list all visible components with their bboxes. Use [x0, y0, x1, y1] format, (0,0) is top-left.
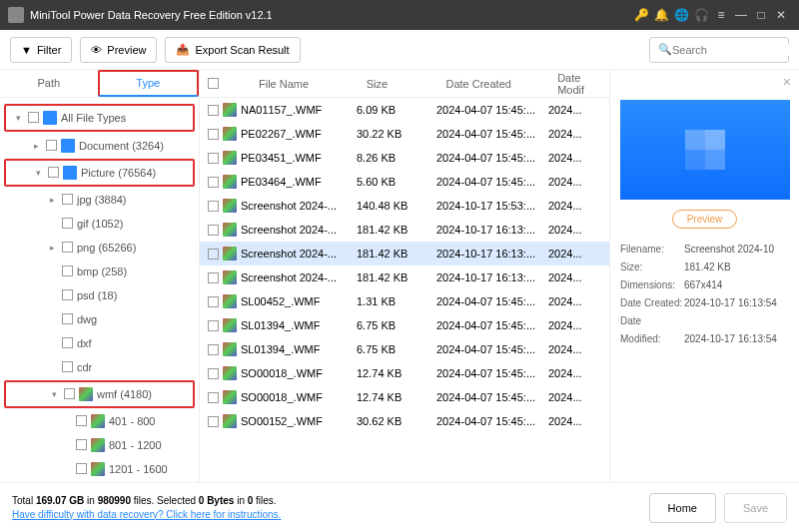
table-row[interactable]: Screenshot 2024-...181.42 KB2024-10-17 1… — [200, 266, 609, 289]
checkbox[interactable] — [208, 249, 219, 260]
table-row[interactable]: PE02267_.WMF30.22 KB2024-04-07 15:45:...… — [200, 122, 609, 146]
close-preview-icon[interactable]: × — [783, 74, 791, 90]
checkbox[interactable] — [208, 105, 219, 116]
checkbox[interactable] — [208, 177, 219, 188]
tab-path[interactable]: Path — [0, 70, 98, 97]
node-psd[interactable]: psd (18) — [0, 283, 199, 307]
export-button[interactable]: 📤Export Scan Result — [165, 37, 300, 63]
col-modified[interactable]: Date Modif — [553, 72, 609, 96]
chevron-down-icon[interactable]: ▾ — [48, 389, 60, 399]
checkbox[interactable] — [46, 140, 57, 151]
checkbox[interactable] — [76, 415, 87, 426]
node-dwg[interactable]: dwg — [0, 307, 199, 331]
checkbox[interactable] — [64, 388, 75, 399]
checkbox[interactable] — [62, 289, 73, 300]
table-row[interactable]: SO00152_.WMF30.62 KB2024-04-07 15:45:...… — [200, 409, 609, 433]
wmf-icon — [223, 247, 237, 261]
checkbox[interactable] — [208, 296, 219, 307]
sidebar: Path Type ▾All File Types ▸Document (326… — [0, 70, 200, 482]
preview-button[interactable]: 👁Preview — [80, 37, 157, 63]
col-created[interactable]: Date Created — [441, 78, 553, 90]
table-row[interactable]: SL00452_.WMF1.31 KB2024-04-07 15:45:...2… — [200, 289, 609, 313]
checkbox[interactable] — [62, 361, 73, 372]
search-input[interactable] — [672, 44, 799, 56]
maximize-icon[interactable]: □ — [751, 8, 771, 22]
table-row[interactable]: PE03451_.WMF8.26 KB2024-04-07 15:45:...2… — [200, 146, 609, 170]
wmf-icon — [223, 342, 237, 356]
tab-type[interactable]: Type — [98, 70, 200, 97]
close-icon[interactable]: ✕ — [771, 8, 791, 22]
key-icon[interactable]: 🔑 — [631, 8, 651, 22]
node-dxf[interactable]: dxf — [0, 331, 199, 355]
node-range-3[interactable]: 1201 - 1600 — [0, 457, 199, 481]
node-range-2[interactable]: 801 - 1200 — [0, 433, 199, 457]
wmf-icon — [91, 414, 105, 428]
bell-icon[interactable]: 🔔 — [651, 8, 671, 22]
node-bmp[interactable]: bmp (258) — [0, 260, 199, 283]
node-png[interactable]: ▸png (65266) — [0, 236, 199, 260]
menu-icon[interactable]: ≡ — [711, 8, 731, 22]
node-wmf[interactable]: ▾wmf (4180) — [6, 382, 193, 406]
checkbox[interactable] — [76, 463, 87, 474]
main: File Name Size Date Created Date Modif N… — [200, 70, 799, 482]
node-range-1[interactable]: 401 - 800 — [0, 409, 199, 433]
chevron-right-icon[interactable]: ▸ — [46, 243, 58, 253]
wmf-icon — [223, 199, 237, 213]
chevron-down-icon[interactable]: ▾ — [32, 168, 44, 178]
save-button[interactable]: Save — [724, 493, 787, 523]
checkbox[interactable] — [62, 313, 73, 324]
globe-icon[interactable]: 🌐 — [671, 8, 691, 22]
checkbox[interactable] — [62, 266, 73, 276]
node-all-file-types[interactable]: ▾All File Types — [6, 106, 193, 130]
table-row[interactable]: SO00018_.WMF12.74 KB2024-04-07 15:45:...… — [200, 361, 609, 385]
checkbox[interactable] — [28, 112, 39, 123]
checkbox[interactable] — [62, 242, 73, 253]
node-cdr[interactable]: cdr — [0, 355, 199, 379]
wmf-icon — [223, 414, 237, 428]
home-button[interactable]: Home — [649, 493, 716, 523]
table-row[interactable]: Screenshot 2024-...181.42 KB2024-10-17 1… — [200, 242, 609, 266]
checkbox-all[interactable] — [208, 78, 219, 89]
checkbox[interactable] — [208, 320, 219, 331]
table-row[interactable]: SL01394_.WMF6.75 KB2024-04-07 15:45:...2… — [200, 313, 609, 337]
chevron-right-icon[interactable]: ▸ — [30, 141, 42, 151]
checkbox[interactable] — [208, 153, 219, 164]
table-row[interactable]: NA01157_.WMF6.09 KB2024-04-07 15:45:...2… — [200, 98, 609, 122]
table-row[interactable]: SO00018_.WMF12.74 KB2024-04-07 15:45:...… — [200, 385, 609, 409]
table-row[interactable]: Screenshot 2024-...140.48 KB2024-10-17 1… — [200, 194, 609, 218]
minimize-icon[interactable]: — — [731, 8, 751, 22]
table-row[interactable]: PE03464_.WMF5.60 KB2024-04-07 15:45:...2… — [200, 170, 609, 194]
col-filename[interactable]: File Name — [223, 78, 363, 90]
chevron-right-icon[interactable]: ▸ — [46, 195, 58, 205]
filter-button[interactable]: ▼Filter — [10, 37, 72, 63]
table-row[interactable]: Screenshot 2024-...181.42 KB2024-10-17 1… — [200, 218, 609, 242]
export-icon: 📤 — [176, 43, 190, 56]
search-icon: 🔍 — [658, 43, 672, 56]
checkbox[interactable] — [208, 416, 219, 427]
checkbox[interactable] — [208, 368, 219, 379]
checkbox[interactable] — [62, 337, 73, 348]
checkbox[interactable] — [208, 392, 219, 403]
search-box[interactable]: 🔍 — [649, 37, 789, 63]
checkbox[interactable] — [48, 167, 59, 178]
node-gif[interactable]: gif (1052) — [0, 212, 199, 236]
help-link[interactable]: Have difficulty with data recovery? Clic… — [12, 509, 281, 520]
node-jpg[interactable]: ▸jpg (3884) — [0, 188, 199, 212]
headset-icon[interactable]: 🎧 — [691, 8, 711, 22]
footer: Total 169.07 GB in 980990 files. Selecte… — [0, 482, 799, 532]
node-picture[interactable]: ▾Picture (76564) — [6, 161, 193, 185]
checkbox[interactable] — [62, 194, 73, 205]
checkbox[interactable] — [62, 218, 73, 229]
table-row[interactable]: SL01394_.WMF6.75 KB2024-04-07 15:45:...2… — [200, 337, 609, 361]
checkbox[interactable] — [208, 272, 219, 283]
node-document[interactable]: ▸Document (3264) — [0, 134, 199, 158]
checkbox[interactable] — [208, 225, 219, 236]
checkbox[interactable] — [208, 201, 219, 212]
checkbox[interactable] — [208, 129, 219, 140]
titlebar: MiniTool Power Data Recovery Free Editio… — [0, 0, 799, 30]
col-size[interactable]: Size — [363, 78, 442, 90]
checkbox[interactable] — [208, 344, 219, 355]
preview-file-button[interactable]: Preview — [672, 210, 738, 229]
checkbox[interactable] — [76, 439, 87, 450]
chevron-down-icon[interactable]: ▾ — [12, 113, 24, 123]
